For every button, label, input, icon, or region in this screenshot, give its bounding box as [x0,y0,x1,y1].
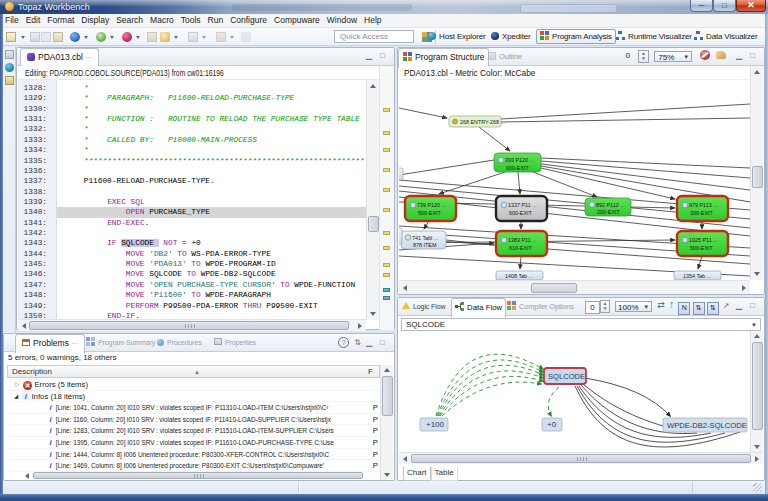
svg-text:393 P120 ...: 393 P120 ... [505,157,534,163]
svg-text:500-EXIT: 500-EXIT [418,210,441,216]
svg-text:SQLCODE: SQLCODE [548,372,585,381]
svg-text:1354 Tab ...: 1354 Tab ... [683,273,711,279]
svg-text:892 P112 ...: 892 P112 ... [596,202,625,208]
svg-text:1408 Tab ...: 1408 Tab ... [505,273,533,279]
svg-text:300-EXIT: 300-EXIT [690,210,713,216]
svg-text:1383 P11 ...: 1383 P11 ... [508,237,537,243]
svg-text:1337 P11 ...: 1337 P11 ... [508,202,537,208]
svg-text:1025 P11 ...: 1025 P11 ... [689,237,718,243]
svg-text:979 P113 ...: 979 P113 ... [689,202,718,208]
svg-text:+100: +100 [426,420,445,429]
svg-text:+0: +0 [547,420,557,429]
svg-text:739 P120 ...: 739 P120 ... [417,202,446,208]
svg-text:000-EXIT: 000-EXIT [506,165,529,171]
svg-text:610-EXIT: 610-EXIT [509,245,532,251]
svg-text:268 ENTRY-268 ...: 268 ENTRY-268 ... [460,119,505,125]
svg-text:600-EXIT: 600-EXIT [509,210,532,216]
svg-text:WPDE-DB2-SQLCODE: WPDE-DB2-SQLCODE [667,421,747,430]
svg-text:200-EXIT: 200-EXIT [597,209,620,215]
svg-text:878 ITEM: 878 ITEM [413,242,437,248]
svg-text:741 Tabl ...: 741 Tabl ... [412,235,438,241]
svg-text:500-EXIT: 500-EXIT [690,245,713,251]
